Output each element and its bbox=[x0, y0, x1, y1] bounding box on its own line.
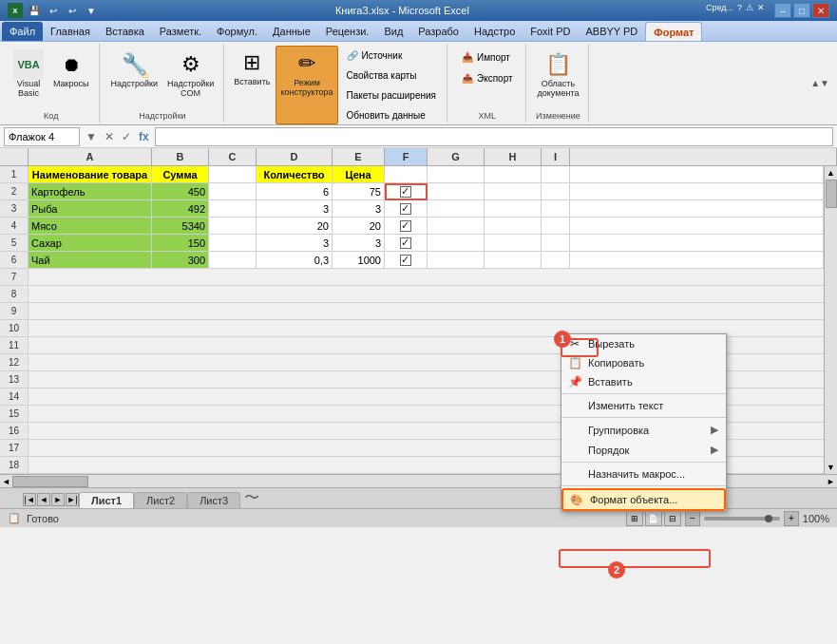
cell-B5[interactable]: 150 bbox=[152, 235, 209, 252]
docarea-button[interactable]: 📋 Областьдокумента bbox=[534, 47, 583, 101]
cell-C1[interactable] bbox=[209, 166, 257, 183]
cell-C3[interactable] bbox=[209, 200, 257, 218]
checkbox-F6[interactable] bbox=[400, 255, 411, 266]
cell-D5[interactable]: 3 bbox=[257, 235, 333, 252]
cell-G6[interactable] bbox=[428, 252, 485, 269]
cell-F4[interactable] bbox=[385, 218, 428, 235]
extra-x[interactable]: ✕ bbox=[757, 3, 765, 18]
cell-F5[interactable] bbox=[385, 235, 428, 252]
cell-I3[interactable] bbox=[542, 200, 570, 218]
normal-view-btn[interactable]: ⊞ bbox=[626, 511, 643, 526]
tab-review[interactable]: Рецензи. bbox=[318, 22, 377, 41]
cell-E1[interactable]: Цена bbox=[333, 166, 385, 183]
minimize-button[interactable]: – bbox=[774, 3, 791, 18]
cell-F1[interactable] bbox=[385, 166, 428, 183]
undo2-quick-btn[interactable]: ↩ bbox=[65, 3, 80, 18]
col-header-F[interactable]: F bbox=[385, 148, 428, 165]
sheet-tab-1[interactable]: Лист1 bbox=[79, 492, 134, 508]
zoom-out-btn[interactable]: − bbox=[685, 511, 700, 526]
vba-button[interactable]: VBA VisualBasic bbox=[10, 47, 48, 101]
page-layout-btn[interactable]: 📄 bbox=[645, 511, 662, 526]
cell-H4[interactable] bbox=[485, 218, 542, 235]
cancel-formula-icon[interactable]: ✕ bbox=[103, 130, 116, 143]
sheet-nav-last[interactable]: ►| bbox=[66, 493, 79, 506]
cell-I2[interactable] bbox=[542, 183, 570, 200]
name-box[interactable] bbox=[4, 127, 80, 146]
col-header-D[interactable]: D bbox=[257, 148, 333, 165]
cell-I1[interactable] bbox=[542, 166, 570, 183]
context-edit-text[interactable]: Изменить текст bbox=[561, 396, 726, 415]
formula-input[interactable] bbox=[155, 127, 833, 146]
cell-F6[interactable] bbox=[385, 252, 428, 269]
source-button[interactable]: 🔗 Источник bbox=[340, 46, 443, 65]
tab-view[interactable]: Вид bbox=[376, 22, 410, 41]
cell-F3[interactable] bbox=[385, 200, 428, 218]
cell-E2[interactable]: 75 bbox=[333, 183, 385, 200]
cell-G1[interactable] bbox=[428, 166, 485, 183]
cell-A5[interactable]: Сахар bbox=[29, 235, 152, 252]
cell-F2[interactable] bbox=[385, 183, 428, 200]
ext-packs-button[interactable]: Пакеты расширения bbox=[340, 85, 443, 104]
col-header-B[interactable]: B bbox=[152, 148, 209, 165]
save-quick-btn[interactable]: 💾 bbox=[27, 3, 42, 18]
col-header-A[interactable]: A bbox=[29, 148, 152, 165]
checkbox-F4[interactable] bbox=[400, 220, 411, 232]
checkbox-F3[interactable] bbox=[400, 203, 411, 215]
cell-H1[interactable] bbox=[485, 166, 542, 183]
zoom-in-btn[interactable]: + bbox=[784, 511, 799, 526]
context-copy[interactable]: 📋 Копировать bbox=[561, 353, 726, 372]
cell-B1[interactable]: Сумма bbox=[152, 166, 209, 183]
cell-H2[interactable] bbox=[485, 183, 542, 200]
macros-button[interactable]: ⏺ Макросы bbox=[49, 47, 93, 91]
cell-E3[interactable]: 3 bbox=[333, 200, 385, 218]
cell-A1[interactable]: Наименование товара bbox=[29, 166, 152, 183]
context-order[interactable]: Порядок ▶ bbox=[561, 440, 726, 460]
cell-A2[interactable]: Картофель bbox=[29, 183, 152, 200]
cell-B3[interactable]: 492 bbox=[152, 200, 209, 218]
ribbon-scroll-down[interactable]: ▼ bbox=[820, 78, 829, 88]
sheet-tab-3[interactable]: Лист3 bbox=[187, 492, 240, 508]
ribbon-scroll-up[interactable]: ▲ bbox=[810, 78, 820, 88]
context-grouping[interactable]: Группировка ▶ bbox=[561, 420, 726, 440]
cell-C5[interactable] bbox=[209, 235, 257, 252]
tab-file[interactable]: Файл bbox=[2, 22, 43, 41]
design-mode-button[interactable]: ✏ Режимконструктора bbox=[276, 46, 337, 124]
page-break-btn[interactable]: ⊟ bbox=[664, 511, 681, 526]
cell-D3[interactable]: 3 bbox=[257, 200, 333, 218]
cell-C2[interactable] bbox=[209, 183, 257, 200]
zoom-thumb[interactable] bbox=[765, 515, 772, 522]
tab-formulas[interactable]: Формул. bbox=[209, 22, 265, 41]
sheet-nav-prev[interactable]: ◄ bbox=[37, 493, 50, 506]
tab-data[interactable]: Данные bbox=[265, 22, 318, 41]
function-icon[interactable]: fx bbox=[137, 130, 151, 143]
refresh-data-button[interactable]: Обновить данные bbox=[340, 105, 443, 124]
cell-G5[interactable] bbox=[428, 235, 485, 252]
tab-home[interactable]: Главная bbox=[43, 22, 98, 41]
context-paste[interactable]: 📌 Вставить bbox=[561, 372, 726, 391]
tab-format[interactable]: Формат bbox=[645, 22, 702, 41]
insert-ctrl-button[interactable]: ⊞ Вставить bbox=[230, 46, 274, 124]
tab-insert[interactable]: Вставка bbox=[98, 22, 152, 41]
extra-btn1[interactable]: Сред... bbox=[706, 3, 733, 18]
restore-button[interactable]: □ bbox=[793, 3, 810, 18]
cell-H3[interactable] bbox=[485, 200, 542, 218]
cell-D1[interactable]: Количество bbox=[257, 166, 333, 183]
scroll-right-btn[interactable]: ► bbox=[825, 477, 837, 486]
scroll-down-btn[interactable]: ▼ bbox=[827, 461, 835, 474]
scroll-up-btn[interactable]: ▲ bbox=[827, 166, 835, 180]
cell-D6[interactable]: 0,3 bbox=[257, 252, 333, 269]
cell-E6[interactable]: 1000 bbox=[333, 252, 385, 269]
checkbox-F2[interactable] bbox=[400, 186, 411, 198]
tab-layout[interactable]: Разметк. bbox=[152, 22, 209, 41]
cell-G4[interactable] bbox=[428, 218, 485, 235]
scroll-thumb[interactable] bbox=[826, 180, 837, 208]
zoom-slider[interactable] bbox=[704, 517, 780, 521]
cell-G2[interactable] bbox=[428, 183, 485, 200]
col-header-H[interactable]: H bbox=[485, 148, 542, 165]
vertical-scrollbar[interactable]: ▲ ▼ bbox=[824, 166, 837, 474]
tab-addins[interactable]: Надстро bbox=[466, 22, 523, 41]
scroll-left-btn[interactable]: ◄ bbox=[0, 477, 12, 486]
cell-I4[interactable] bbox=[542, 218, 570, 235]
com-addins-button[interactable]: ⚙ НадстройкиCOM bbox=[163, 47, 218, 101]
tab-developer[interactable]: Разрабо bbox=[410, 22, 466, 41]
